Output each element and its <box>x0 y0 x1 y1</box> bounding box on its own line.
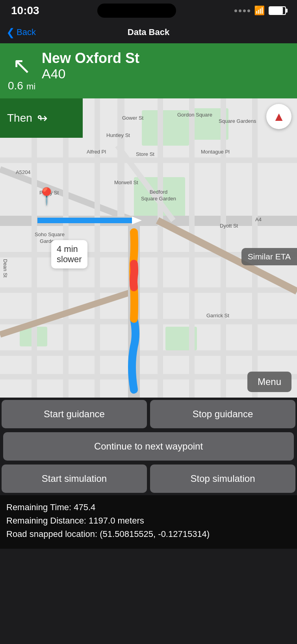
svg-rect-1 <box>142 110 189 146</box>
distance-unit: mi <box>26 81 35 92</box>
road-snapped: Road snapped location: (51.50815525, -0.… <box>6 527 291 541</box>
svg-rect-16 <box>32 98 37 398</box>
remaining-distance: Remaining Distance: 1197.0 meters <box>6 514 291 527</box>
eta-callout: Similar ETA <box>241 248 297 265</box>
then-turn-icon: ↬ <box>37 111 48 126</box>
notch <box>97 4 176 18</box>
turn-arrow-box: ↗ <box>8 52 35 80</box>
stop-simulation-button[interactable]: Stop simulation <box>150 464 295 493</box>
simulation-button-row: Start simulation Stop simulation <box>0 462 297 495</box>
svg-rect-21 <box>221 98 226 398</box>
traffic-callout: 4 minslower <box>51 240 87 268</box>
turn-right-icon: ↗ <box>12 52 32 79</box>
start-guidance-button[interactable]: Start guidance <box>2 400 147 428</box>
compass-needle-icon: ▲ <box>273 109 285 124</box>
info-text-block: Remaining Time: 475.4 Remaining Distance… <box>6 501 291 541</box>
start-simulation-button[interactable]: Start simulation <box>2 464 147 493</box>
compass-button[interactable]: ▲ <box>266 104 291 129</box>
guidance-street-info: New Oxford St A40 <box>42 50 139 81</box>
back-arrow-icon: ❮ <box>6 27 15 37</box>
svg-rect-19 <box>158 98 163 398</box>
traffic-callout-text: 4 minslower <box>57 244 82 264</box>
location-pin: 📍 <box>36 187 57 206</box>
status-bar: 10:03 📶 <box>0 0 297 21</box>
menu-button[interactable]: Menu <box>247 372 291 392</box>
guidance-distance: 0.6 <box>8 80 23 92</box>
continue-waypoint-button[interactable]: Continue to next waypoint <box>3 432 294 461</box>
nav-bar: ❮ Back Data Back <box>0 21 297 43</box>
nav-title: Data Back <box>128 27 169 37</box>
eta-callout-text: Similar ETA <box>248 252 291 261</box>
controls-section: Start guidance Stop guidance Continue to… <box>0 398 297 495</box>
waypoint-button-row: Continue to next waypoint <box>0 431 297 462</box>
then-panel: Then ↬ <box>0 98 83 138</box>
then-label: Then <box>7 112 32 124</box>
road-id: A40 <box>42 66 139 81</box>
menu-label: Menu <box>258 376 281 387</box>
signal-dots <box>234 9 250 12</box>
guidance-main: ↗ New Oxford St A40 <box>8 50 288 81</box>
status-icons: 📶 <box>234 6 286 16</box>
svg-rect-18 <box>95 98 100 398</box>
back-label: Back <box>17 27 36 37</box>
svg-rect-20 <box>189 98 195 398</box>
wifi-icon: 📶 <box>254 6 265 16</box>
status-time: 10:03 <box>11 4 39 17</box>
street-name: New Oxford St <box>42 50 139 66</box>
stop-guidance-button[interactable]: Stop guidance <box>150 400 295 428</box>
remaining-time: Remaining Time: 475.4 <box>6 501 291 514</box>
info-section: Remaining Time: 475.4 Remaining Distance… <box>0 495 297 549</box>
guidance-banner: ↗ New Oxford St A40 0.6 mi <box>0 43 297 98</box>
back-button[interactable]: ❮ Back <box>6 27 36 37</box>
map-container: Then ↬ <box>0 98 297 398</box>
battery-icon <box>269 6 286 15</box>
guidance-button-row: Start guidance Stop guidance <box>0 398 297 431</box>
